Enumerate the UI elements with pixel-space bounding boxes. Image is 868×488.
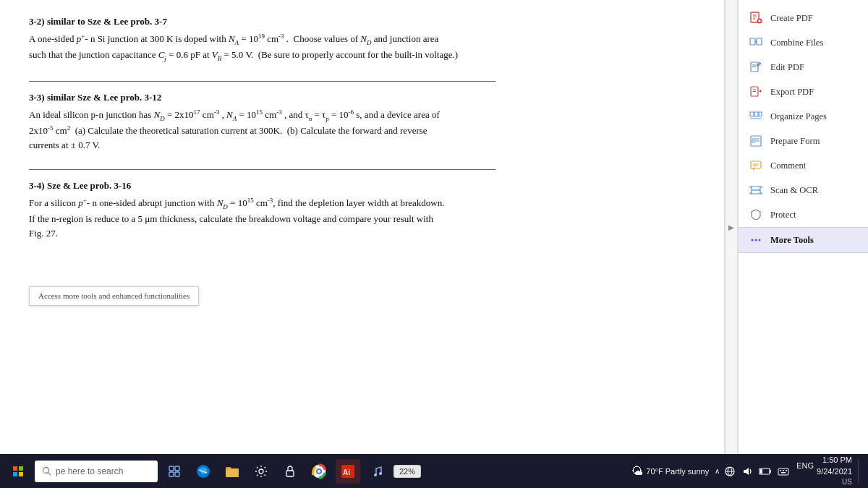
sidebar-label-prepare-form: Prepare Form — [770, 136, 820, 147]
weather-text: 70°F Partly sunny — [646, 467, 709, 476]
more-tools-icon — [749, 233, 763, 247]
svg-rect-59 — [286, 471, 294, 476]
sidebar-item-comment[interactable]: Comment — [739, 153, 868, 178]
create-pdf-icon — [749, 11, 763, 25]
svg-rect-75 — [778, 468, 788, 475]
edit-pdf-icon — [749, 60, 763, 74]
sidebar-label-more-tools: More Tools — [770, 235, 814, 246]
sidebar-item-edit-pdf[interactable]: Edit PDF — [739, 55, 868, 80]
section-3-3-body: An ideal silicon p-n junction has ND = 2… — [29, 108, 695, 153]
weather-display[interactable]: 🌤 70°F Partly sunny — [631, 465, 709, 478]
svg-rect-54 — [169, 472, 174, 476]
clock-time: 1:50 PM — [817, 455, 852, 466]
svg-rect-49 — [19, 472, 23, 476]
taskbar-right: 🌤 70°F Partly sunny ∧ — [631, 455, 862, 487]
svg-point-63 — [318, 470, 320, 473]
sidebar-label-edit-pdf: Edit PDF — [770, 62, 804, 73]
zoom-level: 22% — [393, 465, 421, 478]
svg-rect-55 — [175, 472, 179, 476]
sidebar-label-combine-files: Combine Files — [770, 38, 823, 48]
sidebar-item-organize-pages[interactable]: Organize Pages — [739, 104, 868, 129]
combine-files-icon — [749, 35, 763, 50]
scan-ocr-icon — [749, 183, 763, 197]
svg-marker-20 — [760, 90, 762, 93]
svg-rect-57 — [226, 468, 239, 477]
svg-rect-27 — [752, 140, 755, 142]
svg-rect-21 — [750, 112, 754, 116]
svg-point-50 — [43, 467, 49, 473]
svg-rect-22 — [754, 112, 758, 116]
svg-rect-29 — [751, 161, 761, 168]
sidebar-label-protect: Protect — [770, 210, 796, 221]
sidebar-label-comment: Comment — [770, 160, 806, 171]
settings-icon[interactable] — [249, 459, 273, 484]
sidebar-item-export-pdf[interactable]: Export PDF — [739, 80, 868, 104]
sidebar-label-create-pdf: Create PDF — [770, 13, 813, 24]
music-icon[interactable] — [365, 459, 389, 484]
section-3-2-title: 3-2) similar to Sze & Lee prob. 3-7 — [29, 14, 695, 29]
sidebar-item-scan-ocr[interactable]: Scan & OCR — [739, 178, 868, 202]
svg-marker-70 — [744, 468, 749, 475]
expand-arrow[interactable]: ▶ — [725, 0, 738, 454]
sidebar-item-combine-files[interactable]: Combine Files — [739, 30, 868, 55]
section-3-2-body: A one-sided p+- n Si junction at 300 K i… — [29, 32, 695, 64]
battery-icon — [759, 466, 772, 477]
clock-area[interactable]: ENG 1:50 PM 9/24/2021 US — [796, 455, 852, 487]
sidebar-item-protect[interactable]: Protect — [739, 202, 868, 227]
document-area: 3-2) similar to Sze & Lee prob. 3-7 A on… — [0, 0, 725, 454]
file-explorer-icon[interactable] — [220, 459, 244, 484]
svg-rect-46 — [13, 466, 17, 471]
sidebar-label-scan-ocr: Scan & OCR — [770, 185, 818, 196]
svg-point-44 — [755, 239, 757, 241]
sidebar-label-organize-pages: Organize Pages — [770, 111, 827, 122]
comment-icon — [749, 158, 763, 173]
svg-rect-77 — [783, 470, 784, 471]
sidebar-item-prepare-form[interactable]: Prepare Form — [739, 129, 868, 153]
acrobat-icon[interactable]: Ai — [336, 459, 360, 484]
keyboard-icon — [778, 466, 789, 477]
svg-text:Ai: Ai — [343, 468, 350, 476]
taskbar-search-box[interactable]: pe here to search — [35, 461, 158, 482]
network-icon — [724, 466, 736, 477]
svg-rect-47 — [19, 466, 23, 471]
svg-point-58 — [259, 469, 263, 474]
svg-rect-78 — [786, 470, 787, 471]
svg-point-67 — [379, 472, 382, 475]
doc-content: 3-2) similar to Sze & Lee prob. 3-7 A on… — [29, 14, 695, 306]
svg-rect-53 — [175, 466, 179, 471]
svg-point-43 — [752, 239, 754, 241]
sidebar-item-more-tools[interactable]: More Tools — [739, 227, 868, 253]
lock-icon[interactable] — [278, 459, 302, 484]
svg-line-51 — [48, 472, 51, 475]
start-button[interactable] — [6, 459, 30, 484]
section-3-3-title: 3-3) similar Sze & Lee prob. 3-12 — [29, 90, 695, 105]
task-view-button[interactable] — [162, 459, 187, 484]
region-label: US — [796, 477, 852, 487]
show-desktop-button[interactable] — [858, 459, 862, 484]
svg-point-66 — [374, 474, 377, 476]
section-3-2: 3-2) similar to Sze & Lee prob. 3-7 A on… — [29, 14, 695, 64]
protect-icon — [749, 207, 763, 222]
expand-tray-icon[interactable]: ∧ — [715, 467, 720, 475]
tooltip-bar: Access more tools and enhanced functiona… — [29, 286, 199, 306]
svg-point-45 — [759, 239, 761, 241]
volume-icon — [741, 466, 753, 477]
organize-pages-icon — [749, 109, 763, 124]
sidebar-item-create-pdf[interactable]: Create PDF — [739, 6, 868, 30]
sidebar: Create PDF Combine Files — [738, 0, 868, 454]
svg-rect-48 — [13, 472, 17, 476]
section-3-4-body: For a silicon p+- n one-sided abrupt jun… — [29, 196, 695, 240]
search-placeholder: pe here to search — [56, 466, 123, 476]
browser-icon[interactable] — [191, 459, 216, 484]
language-label: ENG — [796, 461, 814, 471]
clock-date: 9/24/2021 — [817, 466, 852, 477]
svg-rect-76 — [780, 470, 781, 471]
svg-rect-8 — [757, 38, 762, 45]
export-pdf-icon — [749, 85, 763, 99]
chrome-icon[interactable] — [307, 459, 331, 484]
tooltip-text: Access more tools and enhanced functiona… — [38, 291, 190, 300]
clock-display: ENG 1:50 PM 9/24/2021 US — [796, 455, 852, 487]
sidebar-label-export-pdf: Export PDF — [770, 87, 814, 98]
section-3-4-title: 3-4) Sze & Lee prob. 3-16 — [29, 179, 695, 193]
taskbar: pe here to search — [0, 454, 868, 488]
